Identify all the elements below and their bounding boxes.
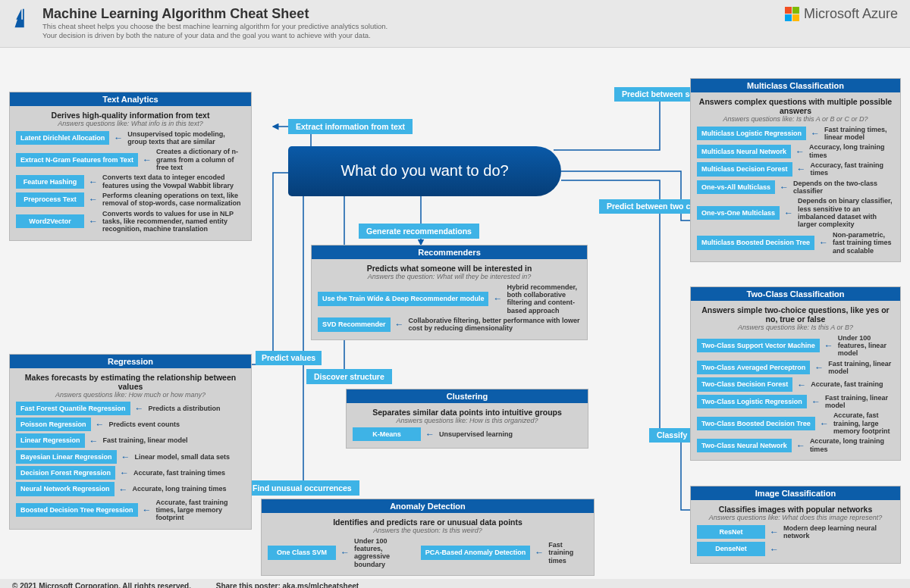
algo-desc: Non-parametric, fast training times and …	[833, 231, 894, 255]
algo-row: Multiclass Decision Forest←Accuracy, fas…	[697, 161, 894, 177]
algo-row: K-Means←Unsupervised learning	[353, 427, 582, 441]
recommenders-sub: Predicts what someone will be interested…	[318, 264, 581, 273]
algo-desc: Predicts event counts	[109, 421, 245, 428]
algo-chip: Use the Train Wide & Deep Recommender mo…	[318, 292, 488, 305]
diagram-canvas: What do you want to do? Extract informat…	[0, 48, 910, 588]
algo-chip: Neural Network Regression	[16, 482, 115, 496]
regression-title: Regression	[10, 355, 251, 368]
algo-chip: Two-Class Boosted Decision Tree	[697, 417, 815, 430]
algo-row: Multiclass Boosted Decision Tree←Non-par…	[697, 231, 894, 255]
algo-arrow-icon: ←	[797, 380, 806, 390]
algo-row: Preprocess Text←Performs cleaning operat…	[16, 192, 245, 208]
algo-chip: ResNet	[697, 525, 765, 539]
algo-arrow-icon: ←	[121, 452, 130, 462]
algo-arrow-icon: ←	[814, 362, 824, 373]
algo-arrow-icon: ←	[119, 484, 128, 495]
algo-row: Two-Class Logistic Regression←Fast train…	[697, 394, 894, 410]
algo-row: ResNet←Modern deep learning neural netwo…	[697, 524, 894, 540]
category-anomaly: Anomaly Detection Identifies and predict…	[261, 499, 595, 576]
anomaly-title: Anomaly Detection	[262, 499, 594, 513]
anomaly-sub: Identifies and predicts rare or unusual …	[268, 518, 588, 527]
algo-chip: DenseNet	[697, 542, 765, 555]
anomaly-q: Answers the question: Is this weird?	[268, 527, 588, 534]
twoclass-sub: Answers simple two-choice questions, lik…	[697, 305, 894, 324]
clustering-sub: Separates similar data points into intui…	[353, 408, 582, 417]
algo-desc: Converts words to values for use in NLP …	[102, 210, 245, 233]
algo-desc: Hybrid recommender, both collaborative f…	[507, 283, 581, 314]
regression-q: Answers questions like: How much or how …	[16, 391, 245, 399]
microsoft-azure-logo: Microsoft Azure	[785, 6, 898, 22]
anomaly-algos: One Class SVM←Under 100 features, aggres…	[268, 537, 588, 571]
algo-arrow-icon: ←	[89, 177, 98, 187]
algo-desc: Under 100 features, aggressive boundary	[354, 537, 412, 568]
algo-row: One Class SVM←Under 100 features, aggres…	[268, 537, 412, 568]
footer-copyright: © 2021 Microsoft Corporation. All rights…	[12, 582, 191, 588]
algo-row: Two-Class Decision Forest←Accurate, fast…	[697, 377, 894, 391]
action-extract-text: Extract information from text	[288, 119, 413, 134]
algo-arrow-icon: ←	[824, 340, 833, 351]
algo-arrow-icon: ←	[780, 182, 789, 192]
algo-chip: Two-Class Averaged Perceptron	[697, 361, 810, 374]
clustering-algos: K-Means←Unsupervised learning	[353, 427, 582, 441]
algo-desc: Linear model, small data sets	[135, 453, 245, 461]
regression-algos: Fast Forest Quantile Regression←Predicts…	[16, 402, 245, 522]
recommenders-title: Recommenders	[312, 246, 587, 259]
algo-desc: Accurate, fast training	[811, 380, 894, 388]
algo-chip: One-vs-One Multiclass	[697, 206, 780, 220]
algo-row: One-vs-One Multiclass←Depends on binary …	[697, 197, 894, 228]
clustering-q: Answers questions like: How is this orga…	[353, 417, 582, 424]
algo-desc: Accurate, fast training, large memory fo…	[833, 411, 894, 435]
algo-arrow-icon: ←	[114, 133, 123, 143]
text-analytics-q: Answers questions like: What info is in …	[16, 120, 245, 127]
page-desc2: Your decision is driven by both the natu…	[42, 31, 388, 40]
algo-arrow-icon: ←	[395, 319, 404, 330]
image-q: Answers questions like: What does this i…	[697, 514, 894, 521]
algo-arrow-icon: ←	[784, 208, 793, 218]
algo-chip: Extract N-Gram Features from Text	[16, 153, 138, 167]
algo-desc: Depends on binary classifier, less sensi…	[798, 197, 894, 228]
algo-desc: Collaborative filtering, better performa…	[409, 317, 581, 333]
algo-desc: Accuracy, long training times	[809, 143, 894, 159]
algo-chip: Decision Forest Regression	[16, 466, 115, 480]
algo-desc: Modern deep learning neural network	[783, 524, 894, 540]
algo-row: Two-Class Boosted Decision Tree←Accurate…	[697, 411, 894, 435]
algo-desc: Accurate, long training times	[810, 437, 894, 453]
footer: © 2021 Microsoft Corporation. All rights…	[0, 579, 910, 588]
algo-row: Extract N-Gram Features from Text←Create…	[16, 148, 245, 171]
algo-desc: Predicts a distribution	[149, 405, 245, 412]
regression-sub: Makes forecasts by estimating the relati…	[16, 373, 245, 391]
algo-arrow-icon: ←	[770, 544, 779, 555]
algo-desc: Creates a dictionary of n-grams from a c…	[156, 148, 245, 171]
algo-arrow-icon: ←	[795, 146, 805, 157]
algo-arrow-icon: ←	[770, 527, 779, 537]
algo-arrow-icon: ←	[820, 418, 829, 429]
twoclass-title: Two-Class Classification	[691, 287, 900, 301]
algo-arrow-icon: ←	[89, 194, 98, 205]
algo-chip: Two-Class Neural Network	[697, 439, 792, 452]
algo-chip: Two-Class Support Vector Machine	[697, 339, 820, 352]
algo-arrow-icon: ←	[143, 505, 152, 515]
action-predict-values: Predict values	[256, 351, 322, 366]
category-twoclass: Two-Class Classification Answers simple …	[690, 286, 901, 461]
action-find-unusual: Find unusual occurrences	[245, 480, 359, 496]
algo-chip: Bayesian Linear Regression	[16, 450, 117, 464]
azure-logo-icon	[12, 8, 33, 29]
algo-chip: Linear Regression	[16, 433, 85, 447]
algo-arrow-icon: ←	[819, 237, 828, 248]
algo-chip: Multiclass Decision Forest	[697, 162, 792, 176]
multiclass-title: Multiclass Classification	[691, 79, 900, 92]
algo-chip: Poisson Regression	[16, 418, 91, 431]
recommenders-algos: Use the Train Wide & Deep Recommender mo…	[318, 283, 581, 333]
algo-chip: Boosted Decision Tree Regression	[16, 503, 138, 517]
algo-row: Two-Class Support Vector Machine←Under 1…	[697, 334, 894, 358]
algo-row: Linear Regression←Fast training, linear …	[16, 433, 245, 447]
algo-arrow-icon: ←	[135, 403, 144, 414]
algo-row: DenseNet←	[697, 542, 894, 555]
action-recommend: Generate recommendations	[359, 224, 479, 239]
image-sub: Classifies images with popular networks	[697, 505, 894, 514]
algo-desc: Accurate, fast training times, large mem…	[156, 499, 245, 522]
algo-arrow-icon: ←	[120, 468, 129, 478]
brand-text: Microsoft Azure	[804, 6, 898, 22]
algo-row: Latent Dirichlet Allocation←Unsupervised…	[16, 130, 245, 146]
algo-desc: Under 100 features, linear model	[838, 334, 894, 358]
